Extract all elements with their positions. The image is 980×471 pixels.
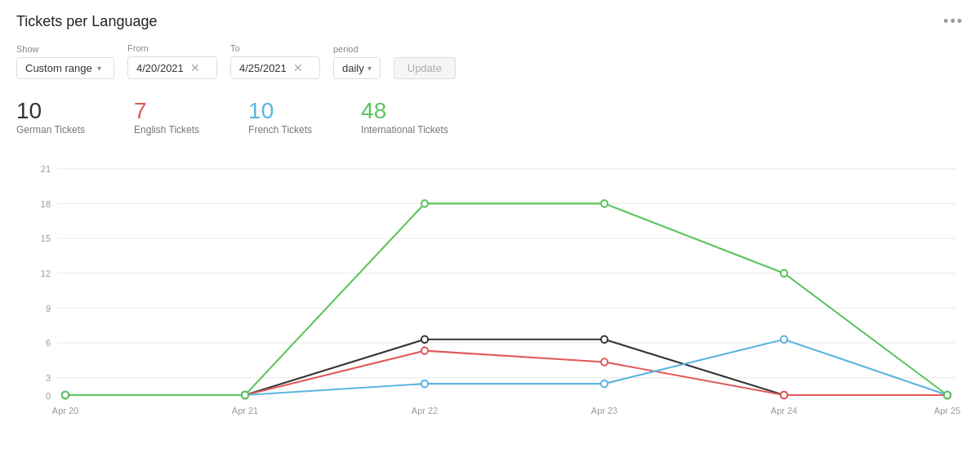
page-container: Tickets per Language ••• Show Custom ran… [0,0,980,471]
svg-point-29 [421,347,428,354]
svg-text:15: 15 [41,233,51,243]
svg-text:Apr 23: Apr 23 [591,406,617,415]
more-options-icon[interactable]: ••• [943,13,964,30]
stat-number: 10 [248,99,312,124]
stats-row: 10German Tickets7English Tickets10French… [16,99,964,136]
svg-point-23 [421,335,428,343]
stat-label: International Tickets [361,124,448,136]
svg-text:12: 12 [41,268,51,278]
svg-point-42 [601,200,608,207]
chevron-down-icon: ▾ [368,64,372,73]
page-header: Tickets per Language ••• [16,13,964,30]
chart-area: 21 18 15 12 9 6 3 0 Apr 20 Apr 21 Apr 22… [16,160,964,421]
svg-point-39 [62,392,69,399]
controls-bar: Show Custom range ▾ From 4/20/2021 ✕ To … [16,43,964,79]
chevron-down-icon: ▾ [97,64,101,73]
stat-item: 7English Tickets [134,99,199,136]
svg-point-30 [601,358,608,366]
stat-label: German Tickets [16,124,85,136]
from-control: From 4/20/2021 ✕ [127,43,217,79]
update-button[interactable]: Update [394,57,456,79]
svg-text:Apr 25: Apr 25 [934,406,960,415]
from-label: From [127,43,217,53]
svg-text:Apr 21: Apr 21 [232,406,258,415]
period-value: daily [342,62,364,74]
stat-number: 48 [361,99,448,124]
show-dropdown[interactable]: Custom range ▾ [16,57,114,79]
svg-text:Apr 24: Apr 24 [771,406,797,415]
svg-point-35 [421,380,428,388]
svg-point-40 [242,392,248,399]
period-label: period [333,44,381,54]
to-label: To [230,43,320,53]
to-value: 4/25/2021 [239,62,287,74]
stat-item: 10German Tickets [16,99,85,136]
period-control: period daily ▾ [333,44,381,79]
stat-item: 10French Tickets [248,99,312,136]
from-value: 4/20/2021 [136,62,184,74]
svg-text:3: 3 [46,372,51,382]
svg-point-31 [781,392,787,399]
clear-to-icon[interactable]: ✕ [293,61,303,74]
page-title: Tickets per Language [16,13,157,30]
stat-number: 10 [16,99,85,124]
svg-text:21: 21 [41,163,51,173]
svg-text:0: 0 [46,391,51,401]
stat-label: French Tickets [248,124,312,136]
svg-text:18: 18 [41,198,51,208]
period-dropdown[interactable]: daily ▾ [333,57,381,79]
line-chart: 21 18 15 12 9 6 3 0 Apr 20 Apr 21 Apr 22… [16,160,964,421]
svg-point-41 [421,200,428,207]
svg-text:Apr 22: Apr 22 [412,406,438,415]
show-control: Show Custom range ▾ [16,44,114,79]
svg-text:Apr 20: Apr 20 [52,406,78,415]
show-value: Custom range [25,62,92,74]
stat-item: 48International Tickets [361,99,448,136]
stat-number: 7 [134,99,199,124]
stat-label: English Tickets [134,124,199,136]
svg-point-24 [601,335,608,343]
clear-from-icon[interactable]: ✕ [190,61,200,74]
to-control: To 4/25/2021 ✕ [230,43,320,79]
from-input[interactable]: 4/20/2021 ✕ [127,56,217,79]
svg-text:6: 6 [46,338,51,348]
svg-text:9: 9 [46,303,51,313]
svg-point-36 [601,380,608,388]
svg-point-43 [781,269,787,277]
svg-point-37 [781,335,787,343]
svg-point-44 [944,392,951,399]
show-label: Show [16,44,114,54]
to-input[interactable]: 4/25/2021 ✕ [230,56,320,79]
